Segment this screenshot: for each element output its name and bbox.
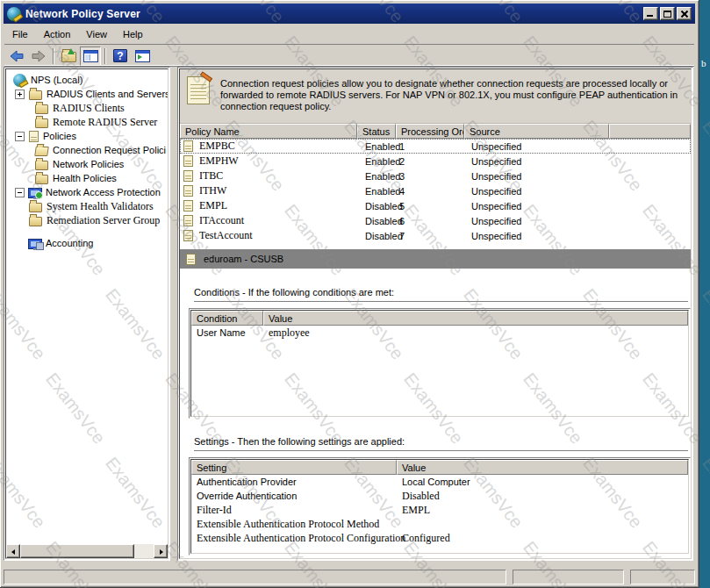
policy-name-text: ITHW <box>199 184 226 197</box>
folder-icon <box>29 217 42 226</box>
tree-item[interactable]: NPS (Local) <box>6 73 168 87</box>
close-button[interactable] <box>677 7 692 20</box>
tree-item[interactable]: Policies <box>6 129 168 143</box>
policy-row[interactable]: ITBCEnabled3Unspecified <box>180 169 691 183</box>
policy-row[interactable]: ITAccountDisabled6Unspecified <box>180 213 691 228</box>
policy-name-cell: ITBC <box>180 169 357 183</box>
up-one-level-button[interactable] <box>58 47 79 66</box>
tree-expander-minus[interactable] <box>15 188 25 197</box>
tree-item-label: RADIUS Clients and Servers <box>47 89 168 99</box>
folder-icon <box>35 118 48 128</box>
policy-row-icon <box>183 155 193 167</box>
maximize-button[interactable] <box>660 7 675 20</box>
column-header-status[interactable]: Status <box>357 124 396 139</box>
tree-item[interactable]: Network Policies <box>6 157 168 171</box>
tree-expander-minus[interactable] <box>15 132 25 141</box>
setting-name-cell: Extensible Authentication Protocol Confi… <box>191 532 397 545</box>
policy-name-cell: EMPBC <box>180 140 357 153</box>
policy-status-cell: Enabled <box>357 186 396 197</box>
results-pane: Connection request policies allow you to… <box>177 67 693 561</box>
folder-icon <box>35 161 48 170</box>
folder-icon <box>35 175 48 184</box>
policy-name-text: ITBC <box>199 169 223 183</box>
tree-item[interactable]: Accounting <box>6 236 168 250</box>
policy-row[interactable]: ITHWEnabled4Unspecified <box>180 183 691 198</box>
column-header-condition[interactable]: Condition <box>191 311 263 326</box>
condition-row: User Nameemployee <box>191 326 688 340</box>
scroll-icon <box>29 131 39 142</box>
close-icon <box>680 11 688 18</box>
policy-scroll-icon <box>187 76 210 104</box>
tree-item[interactable]: System Health Validators <box>6 199 168 213</box>
policy-order-cell: 5 <box>396 201 464 212</box>
setting-row: Override AuthenticationDisabled <box>191 489 688 503</box>
column-header-source[interactable]: Source <box>464 124 609 139</box>
scrollbar-track[interactable] <box>134 544 154 558</box>
scroll-right-button[interactable] <box>154 544 168 558</box>
minimize-button[interactable] <box>643 7 658 20</box>
title-bar[interactable]: Network Policy Server <box>4 4 695 24</box>
policy-order-cell: 1 <box>396 141 464 152</box>
tree-expander-plus[interactable] <box>15 90 25 99</box>
maximize-icon <box>663 11 671 18</box>
tree-item-label: NPS (Local) <box>31 75 82 85</box>
policy-row-icon <box>183 215 193 226</box>
menu-help[interactable]: Help <box>115 27 151 41</box>
menu-file[interactable]: File <box>4 27 36 41</box>
back-arrow-icon <box>9 49 25 63</box>
tree-item[interactable]: RADIUS Clients <box>6 101 168 115</box>
policy-source-cell: Unspecified <box>464 141 609 152</box>
policy-row[interactable]: TestAccountDisabled7Unspecified <box>180 228 691 243</box>
column-header-value[interactable]: Value <box>263 311 688 326</box>
screen: Network Policy Server FileActionViewHelp… <box>0 0 710 588</box>
setting-row: Extensible Authentication Protocol Metho… <box>191 517 688 531</box>
folder-up-icon <box>61 52 76 62</box>
policy-list-header: Policy NameStatusProcessing OrderSource <box>180 124 691 139</box>
setting-name-cell: Filter-Id <box>191 504 397 517</box>
tree-item[interactable]: Network Access Protection <box>6 185 168 199</box>
tree-item[interactable]: Remote RADIUS Server <box>6 115 168 129</box>
policy-source-cell: Unspecified <box>464 201 609 212</box>
show-console-tree-button[interactable] <box>80 47 101 66</box>
export-list-button[interactable] <box>132 47 153 66</box>
back-button[interactable] <box>6 47 27 66</box>
tree-horizontal-scrollbar[interactable] <box>6 544 168 558</box>
forward-button[interactable] <box>28 47 49 66</box>
policy-row[interactable]: EMPHWEnabled2Unspecified <box>180 154 691 169</box>
conditions-label: Conditions - If the following conditions… <box>194 287 689 298</box>
tree-item[interactable]: Health Policies <box>6 171 168 185</box>
scrollbar-thumb[interactable] <box>20 544 134 558</box>
status-panel-2 <box>513 570 624 584</box>
tree-item[interactable]: Remediation Server Group <box>6 213 168 227</box>
setting-value-cell: Disabled <box>397 490 688 503</box>
console-tree-pane: NPS (Local)RADIUS Clients and ServersRAD… <box>4 67 170 561</box>
help-icon: ? <box>113 49 127 62</box>
policy-row[interactable]: EMPLDisabled5Unspecified <box>180 198 691 213</box>
policy-name-text: TestAccount <box>199 229 252 242</box>
policy-status-cell: Disabled <box>357 216 396 226</box>
menu-bar: FileActionViewHelp <box>4 25 694 43</box>
setting-name-cell: Override Authentication <box>191 491 397 501</box>
column-header-value[interactable]: Value <box>397 460 688 475</box>
help-button[interactable]: ? <box>110 47 131 66</box>
policy-row[interactable]: EMPBCEnabled1Unspecified <box>180 139 691 154</box>
tree-item[interactable]: RADIUS Clients and Servers <box>6 87 168 101</box>
setting-name-cell: Authentication Provider <box>191 477 397 487</box>
nps-window: Network Policy Server FileActionViewHelp… <box>0 0 699 588</box>
scroll-left-button[interactable] <box>6 544 20 558</box>
kv-header-row: ConditionValue <box>191 311 688 326</box>
policy-icon <box>186 254 196 265</box>
pane-splitter[interactable] <box>170 67 177 564</box>
tree-item[interactable]: Connection Request Polici <box>6 143 168 157</box>
menu-view[interactable]: View <box>78 27 115 41</box>
description-panel: Connection request policies allow you to… <box>180 69 691 124</box>
column-header-setting[interactable]: Setting <box>191 460 397 475</box>
status-panel-3 <box>630 570 695 584</box>
selected-policy-header: eduroam - CSUSB <box>180 249 691 269</box>
settings-divider <box>194 450 688 452</box>
menu-action[interactable]: Action <box>36 27 79 41</box>
column-header-policy-name[interactable]: Policy Name <box>180 124 357 139</box>
window-controls <box>643 7 692 20</box>
policy-order-cell: 3 <box>396 171 464 182</box>
column-header-processing-order[interactable]: Processing Order <box>396 124 464 139</box>
